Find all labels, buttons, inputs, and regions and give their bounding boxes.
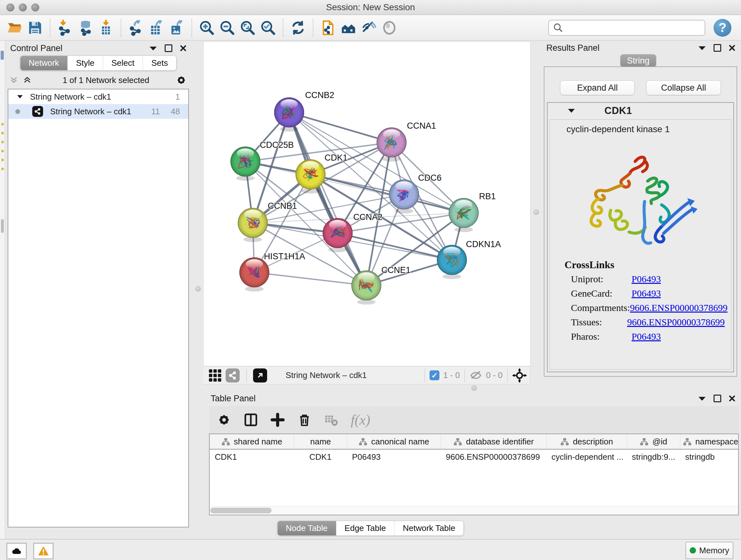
node-cdkn1a[interactable] xyxy=(437,245,467,279)
tab-node-table[interactable]: Node Table xyxy=(278,521,336,536)
node-ccna1[interactable] xyxy=(377,127,407,162)
network-collection-row[interactable]: String Network – cdk1 1 xyxy=(8,89,188,104)
column-label: canonical name xyxy=(371,437,429,447)
tab-network[interactable]: Network xyxy=(20,56,67,70)
open-session-button[interactable] xyxy=(4,17,25,38)
expand-all-button[interactable]: Expand All xyxy=(560,80,635,95)
column-header-canonical-name[interactable]: canonical name xyxy=(347,434,441,449)
function-builder-button[interactable]: f(x) xyxy=(351,412,370,428)
uniprot-link[interactable]: P06493 xyxy=(631,273,661,288)
table-row[interactable]: CDK1CDK1P064939606.ENSP00000378699cyclin… xyxy=(210,449,738,464)
node-cdc25b[interactable] xyxy=(230,146,260,181)
node-rb1[interactable] xyxy=(449,198,479,232)
cell-id[interactable]: stringdb:9... xyxy=(627,452,680,462)
zoom-fit-button[interactable] xyxy=(238,17,258,38)
collapse-panel-icon[interactable] xyxy=(698,396,706,401)
hide-unhide-button[interactable] xyxy=(359,17,379,38)
zoom-in-button[interactable] xyxy=(197,17,217,38)
table-horizontal-scrollbar[interactable] xyxy=(210,506,738,515)
column-header-id[interactable]: @id xyxy=(627,434,680,449)
tab-select[interactable]: Select xyxy=(103,56,143,70)
close-panel-icon[interactable] xyxy=(729,395,735,401)
export-table-button[interactable] xyxy=(146,17,166,38)
node-ccnb2[interactable] xyxy=(274,98,304,132)
pharos-link[interactable]: P06493 xyxy=(631,331,661,346)
warnings-button[interactable] xyxy=(33,543,54,559)
help-button[interactable]: ? xyxy=(714,19,731,37)
cell-description[interactable]: cyclin-dependent ... xyxy=(546,452,627,462)
float-panel-icon[interactable] xyxy=(714,395,721,402)
network-view-button[interactable] xyxy=(226,368,240,382)
show-grid-button[interactable] xyxy=(208,369,222,382)
show-graphics-details-button[interactable] xyxy=(379,17,400,38)
network-row[interactable]: String Network – cdk1 11 48 xyxy=(8,104,188,119)
tab-sets[interactable]: Sets xyxy=(143,56,176,70)
tab-style[interactable]: Style xyxy=(67,56,103,70)
memory-button[interactable]: Memory xyxy=(685,542,733,559)
import-network-from-database-button[interactable] xyxy=(75,17,96,38)
gene-section: CDK1 cyclin-dependent kinase 1 xyxy=(547,102,734,372)
float-panel-icon[interactable] xyxy=(165,44,172,52)
table-gear-icon[interactable] xyxy=(217,413,231,427)
genecard-link[interactable]: P06493 xyxy=(631,288,661,302)
scrollbar-thumb[interactable] xyxy=(210,508,272,513)
home-button[interactable] xyxy=(338,17,359,38)
table-tabs: Node TableEdge TableNetwork Table xyxy=(277,521,464,536)
tab-edge-table[interactable]: Edge Table xyxy=(336,521,394,536)
splitter-handle[interactable] xyxy=(471,385,477,391)
node-hist1h1a[interactable] xyxy=(239,257,269,292)
zoom-out-button[interactable] xyxy=(217,17,238,38)
section-expander-icon[interactable] xyxy=(568,109,575,113)
node-ccne1[interactable] xyxy=(351,270,381,305)
collapse-all-icon[interactable] xyxy=(10,76,18,84)
splitter-handle[interactable] xyxy=(534,209,539,215)
splitter-handle[interactable] xyxy=(195,286,201,292)
apply-layout-button[interactable] xyxy=(288,17,308,38)
gear-icon[interactable] xyxy=(176,74,187,86)
crosslink-label: Compartments: xyxy=(571,302,630,317)
tab-string[interactable]: String xyxy=(620,54,656,67)
zoom-selected-button[interactable] xyxy=(258,17,278,38)
birds-eye-view-button[interactable] xyxy=(253,368,267,382)
network-canvas[interactable]: CCNB2CCNA1CDC25BCDK1CDC6RB1CCNB1CCNA2CDK… xyxy=(203,42,530,366)
cell-database-identifier[interactable]: 9606.ENSP00000378699 xyxy=(441,452,546,462)
collapse-all-button[interactable]: Collapse All xyxy=(646,80,721,95)
tab-network-table[interactable]: Network Table xyxy=(394,521,463,536)
save-session-button[interactable] xyxy=(25,17,45,38)
import-table-button[interactable] xyxy=(96,17,116,38)
export-image-button[interactable] xyxy=(166,17,187,38)
cell-namespace[interactable]: stringdb xyxy=(680,452,739,462)
column-header-shared-name[interactable]: shared name xyxy=(210,434,294,449)
import-network-button[interactable] xyxy=(55,17,75,38)
first-neighbors-button[interactable] xyxy=(318,17,338,38)
float-panel-icon[interactable] xyxy=(714,44,721,52)
pan-crosshair-icon[interactable] xyxy=(512,368,527,383)
cell-canonical-name[interactable]: P06493 xyxy=(347,452,441,462)
hidden-eye-slash-icon[interactable] xyxy=(469,369,482,382)
cell-name[interactable]: CDK1 xyxy=(294,452,347,462)
expander-icon[interactable] xyxy=(17,95,23,99)
node-cdk1[interactable] xyxy=(295,159,326,193)
show-columns-icon[interactable] xyxy=(244,413,258,427)
compartments-link[interactable]: 9606.ENSP00000378699 xyxy=(630,302,728,317)
add-column-icon[interactable] xyxy=(270,413,285,427)
export-network-button[interactable] xyxy=(126,17,146,38)
column-header-database-identifier[interactable]: database identifier xyxy=(441,434,546,449)
cloud-status-button[interactable] xyxy=(6,543,27,559)
close-panel-icon[interactable] xyxy=(180,45,186,51)
column-header-description[interactable]: description xyxy=(546,434,627,449)
cell-shared-name[interactable]: CDK1 xyxy=(210,452,294,462)
table-header-row: shared namenamecanonical namedatabase id… xyxy=(210,434,738,449)
search-input[interactable] xyxy=(567,22,701,33)
expand-all-icon[interactable] xyxy=(23,76,32,84)
column-header-namespace[interactable]: namespace xyxy=(680,434,739,449)
close-panel-icon[interactable] xyxy=(729,45,735,51)
delete-table-icon[interactable] xyxy=(324,413,339,427)
node-ccnb1[interactable] xyxy=(238,208,268,242)
collapse-panel-icon[interactable] xyxy=(698,46,706,51)
tissues-link[interactable]: 9606.ENSP00000378699 xyxy=(627,317,725,331)
delete-column-icon[interactable] xyxy=(297,413,312,427)
selected-checkbox-icon[interactable]: ✓ xyxy=(429,370,440,380)
collapse-panel-icon[interactable] xyxy=(149,46,157,51)
column-header-name[interactable]: name xyxy=(294,434,347,449)
